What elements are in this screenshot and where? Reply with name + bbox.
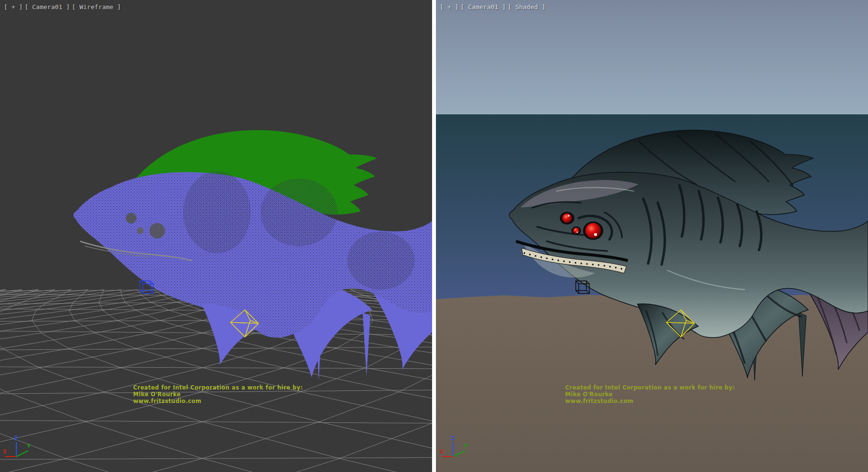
fish-fin-strand[interactable] [363, 313, 370, 376]
viewport-menu-camera[interactable]: [ Camera01 ] [461, 3, 506, 11]
fish-eye-small [137, 227, 144, 234]
credit-line-3: www.fritzstudio.com [133, 398, 303, 404]
world-axis-tripod: Z X Y [3, 435, 31, 457]
axis-x-label: X [440, 448, 444, 455]
fish-eye-upper [562, 213, 572, 223]
scene-credit-text: Created for Intel Corporation as a work … [565, 384, 735, 404]
viewport-label-left: [ + ][ Camera01 ][ Wireframe ] [4, 3, 123, 11]
viewport-menu-shading[interactable]: [ Shaded ] [508, 3, 545, 11]
credit-line-1: Created for Intel Corporation as a work … [565, 384, 735, 391]
credit-line-3: www.fritzstudio.com [565, 398, 735, 404]
credit-line-2: Mike O'Rourke [133, 391, 303, 398]
viewport-menu-general[interactable]: [ + ] [440, 3, 459, 11]
viewport-menu-general[interactable]: [ + ] [4, 3, 23, 11]
viewport-shaded[interactable]: [ + ][ Camera01 ][ Shaded ] [436, 0, 868, 472]
viewport-menu-camera[interactable]: [ Camera01 ] [25, 3, 70, 11]
eye-highlight [568, 215, 570, 217]
fish-eye-large [585, 223, 601, 238]
fish-body-stipple-dense [260, 179, 338, 246]
fish-eye-upper [126, 213, 136, 223]
credit-line-2: Mike O'Rourke [565, 391, 735, 398]
axis-x-label: X [3, 448, 7, 455]
fish-eye-small [573, 228, 580, 234]
dual-viewport-canvas: [ + ][ Camera01 ][ Wireframe ] [0, 0, 868, 472]
fish-body-stipple-dense [183, 171, 251, 253]
axis-z-label: Z [14, 435, 17, 442]
fish-body-stipple-dense [347, 232, 415, 290]
viewport-menu-shading[interactable]: [ Wireframe ] [72, 3, 121, 11]
axis-z-label: Z [451, 435, 454, 442]
axis-y-label: Y [464, 443, 468, 449]
viewport-label-right: [ + ][ Camera01 ][ Shaded ] [440, 3, 547, 11]
eye-highlight [594, 233, 597, 236]
sky-backdrop [436, 0, 868, 114]
fish-eye-large-stipple [149, 223, 165, 238]
viewport-divider[interactable] [432, 0, 436, 472]
viewport-wireframe[interactable]: [ + ][ Camera01 ][ Wireframe ] [0, 0, 432, 472]
axis-y-label: Y [27, 443, 31, 449]
eye-highlight [577, 232, 578, 233]
scene-credit-text: Created for Intel Corporation as a work … [133, 384, 303, 404]
credit-line-1: Created for Intel Corporation as a work … [133, 384, 303, 391]
